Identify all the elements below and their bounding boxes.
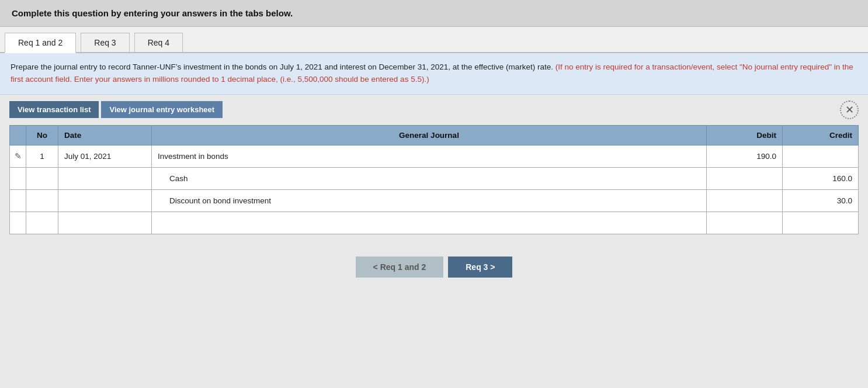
prev-button[interactable]: < Req 1 and 2: [356, 257, 444, 278]
col-date-header: Date: [58, 125, 152, 145]
table-row: [10, 212, 859, 234]
close-icon[interactable]: ✕: [840, 101, 859, 119]
cell-date-2: [58, 167, 152, 189]
cell-credit-3: 30.0: [783, 189, 859, 212]
tab-req1and2[interactable]: Req 1 and 2: [5, 33, 76, 53]
cell-debit-4: [707, 212, 783, 234]
view-transaction-list-button[interactable]: View transaction list: [9, 101, 99, 118]
col-debit-header: Debit: [707, 125, 783, 145]
col-edit-header: [10, 125, 26, 145]
cell-debit-2: [707, 167, 783, 189]
pencil-icon[interactable]: ✎: [15, 151, 22, 161]
journal-table: No Date General Journal Debit Credit ✎ 1…: [9, 125, 859, 234]
tabs-section: Req 1 and 2 Req 3 Req 4: [0, 27, 868, 53]
prev-arrow: <: [373, 262, 380, 272]
table-row: Cash 160.0: [10, 167, 859, 189]
cell-debit-1: 190.0: [707, 145, 783, 167]
next-arrow: >: [488, 262, 495, 272]
edit-icon-cell[interactable]: ✎: [10, 145, 26, 167]
tab-req4[interactable]: Req 4: [134, 33, 183, 52]
tab-req3[interactable]: Req 3: [81, 33, 129, 52]
next-button[interactable]: Req 3 >: [448, 257, 512, 278]
table-row: ✎ 1 July 01, 2021 Investment in bonds 19…: [10, 145, 859, 167]
page-title: Complete this question by entering your …: [12, 8, 856, 18]
edit-icon-cell-2: [10, 167, 26, 189]
cell-journal-2: Cash: [152, 167, 707, 189]
cell-no-4: [26, 212, 58, 234]
prev-label: Req 1 and 2: [380, 262, 426, 272]
toolbar-left: View transaction list View journal entry…: [9, 101, 223, 118]
instructions-main: Prepare the journal entry to record Tann…: [11, 63, 553, 71]
col-journal-header: General Journal: [152, 125, 707, 145]
view-journal-entry-worksheet-button[interactable]: View journal entry worksheet: [101, 101, 223, 118]
cell-credit-1: [783, 145, 859, 167]
toolbar-row: View transaction list View journal entry…: [0, 95, 868, 125]
cell-date-1: July 01, 2021: [58, 145, 152, 167]
table-section: No Date General Journal Debit Credit ✎ 1…: [0, 125, 868, 246]
bottom-nav: < Req 1 and 2 Req 3 >: [0, 246, 868, 286]
cell-credit-4: [783, 212, 859, 234]
col-credit-header: Credit: [783, 125, 859, 145]
table-row: Discount on bond investment 30.0: [10, 189, 859, 212]
edit-icon-cell-4: [10, 212, 26, 234]
cell-no-3: [26, 189, 58, 212]
page-wrapper: Complete this question by entering your …: [0, 0, 868, 388]
header-bar: Complete this question by entering your …: [0, 0, 868, 27]
next-label: Req 3: [466, 262, 488, 272]
cell-debit-3: [707, 189, 783, 212]
cell-date-3: [58, 189, 152, 212]
cell-journal-1: Investment in bonds: [152, 145, 707, 167]
cell-date-4: [58, 212, 152, 234]
cell-journal-3: Discount on bond investment: [152, 189, 707, 212]
cell-credit-2: 160.0: [783, 167, 859, 189]
instructions-box: Prepare the journal entry to record Tann…: [0, 53, 868, 95]
edit-icon-cell-3: [10, 189, 26, 212]
cell-no-2: [26, 167, 58, 189]
cell-no-1: 1: [26, 145, 58, 167]
col-no-header: No: [26, 125, 58, 145]
cell-journal-4: [152, 212, 707, 234]
